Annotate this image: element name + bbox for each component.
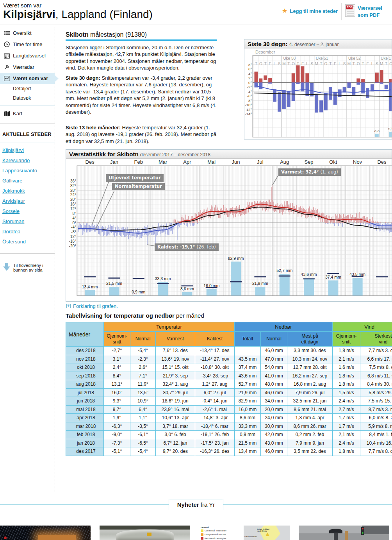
value-cell: -10,8° 30. okt: [195, 363, 235, 372]
svg-text:O: O: [324, 62, 328, 66]
value-cell: 2,1 m/s: [333, 355, 360, 363]
value-cell: 10,9°: [130, 397, 156, 406]
value-cell: 30,0 mm: [261, 422, 287, 431]
svg-text:F: F: [301, 62, 304, 66]
sidebar-item-kart[interactable]: Kart: [0, 108, 55, 119]
last-30-days-chart: 8°6°4°2°0°-2°-4°-6°-8°-10°-12°-14°Desemb…: [244, 48, 392, 138]
month-label: jan 2018: [66, 439, 104, 447]
svg-text:-12°: -12°: [69, 234, 76, 239]
sidebar-item-vaeret-som-var[interactable]: Været som var: [0, 73, 55, 84]
svg-text:52,7 mm: 52,7 mm: [276, 268, 292, 273]
news-thumbnail-snow[interactable]: [100, 526, 190, 540]
svg-text:Aug: Aug: [280, 159, 289, 165]
sidebar-subitem-detaljert[interactable]: Detaljert: [0, 84, 55, 93]
value-cell: 1,9°: [104, 414, 130, 422]
place-link-lappeasuvanto[interactable]: Lappeasuvanto: [0, 166, 55, 176]
svg-text:3,3: 3,3: [374, 129, 380, 133]
value-cell: 2,4 m/s: [333, 397, 360, 406]
svg-text:Jan: Jan: [110, 159, 118, 165]
value-cell: -2,7°: [104, 347, 130, 355]
value-cell: 16,2 mm 27. sep: [287, 372, 333, 380]
place-link-dorotea[interactable]: Dorotea: [0, 227, 55, 237]
pdf-file-icon[interactable]: PDF: [345, 4, 355, 17]
svg-text:28°: 28°: [70, 188, 76, 193]
value-cell: -11,4° 27. nov: [195, 355, 235, 363]
sidebar-item-vaerradar[interactable]: Værradar: [0, 61, 55, 73]
wind-warning-icon: [265, 533, 269, 536]
svg-text:Des: Des: [86, 159, 95, 165]
place-link-arvidsjaur[interactable]: Arvidsjaur: [0, 196, 55, 206]
value-cell: -2,6° 1. mai: [195, 405, 235, 414]
svg-text:O: O: [292, 62, 295, 66]
value-cell: 16,8 mm 2. aug: [287, 380, 333, 389]
down-arrow-icon: [3, 263, 10, 271]
last-30-days-chart-title: Siste 30 døgn: 4. desember – 2. januar: [244, 39, 392, 48]
value-cell: 30,7° 29. jul: [156, 388, 195, 397]
sub-header: Gjennom- snitt: [104, 332, 130, 347]
svg-text:12°: 12°: [70, 207, 76, 211]
traffic-light: [361, 527, 364, 535]
place-link-kilpisjarvi[interactable]: Kilpisjärvi: [0, 145, 55, 156]
to-main-menu-link[interactable]: Til hovedmeny i bunnen av sida: [0, 257, 55, 272]
news-thumbnail-warning-map[interactable]: Farenivå Gult farenivå - moderat fare Or…: [199, 526, 290, 540]
page-title-region: , Lappland (Finland): [55, 8, 153, 20]
table-row: sep 20188,4°7,1°21,9° 3. sep-3,4° 28. se…: [66, 372, 392, 380]
svg-text:6°: 6°: [248, 67, 252, 71]
tooltip-coldest: Kaldest: -19,1° (26. feb): [155, 243, 219, 251]
svg-text:T: T: [353, 62, 355, 66]
place-link-ostersund[interactable]: Östersund: [0, 237, 55, 247]
value-cell: -5,4°: [130, 447, 156, 456]
value-cell: 8,4°: [104, 372, 130, 380]
sidebar-item-langtidsvarsel[interactable]: Langtidsvarsel: [0, 50, 55, 61]
svg-text:M: M: [380, 62, 383, 66]
month-label: mai 2018: [66, 405, 104, 414]
table-row: apr 20181,9°1,1°10,6° 13. apr-14,8° 3. a…: [66, 414, 392, 422]
value-cell: 13,6° 19. nov: [156, 355, 195, 363]
value-cell: 1,8 m/s: [333, 380, 360, 389]
value-cell: 7,6° 13. des: [156, 347, 195, 355]
sidebar-subitem-datosok[interactable]: Datosøk: [0, 93, 55, 103]
month-label: des 2018: [66, 347, 104, 355]
group-header-temperature: Temperatur: [104, 322, 235, 332]
place-link-storuman[interactable]: Storuman: [0, 216, 55, 227]
sidebar-item-oversikt[interactable]: Oversikt: [0, 27, 55, 39]
add-to-my-places-link[interactable]: ★ Legg til mine steder: [282, 8, 338, 14]
table-row: jan 2018-7,3°-6,5°6,7° 12. jan-17,5° 23.…: [66, 439, 392, 447]
value-cell: 32,5 mm 21. jun: [287, 397, 333, 406]
warning-legend-title: Farenivå: [201, 526, 209, 529]
place-link-karesuando[interactable]: Karesuando: [0, 156, 55, 166]
svg-text:S: S: [343, 62, 346, 66]
pdf-forecast-link[interactable]: Værvarsel som PDF: [358, 5, 392, 18]
place-link-gallivare[interactable]: Gällivare: [0, 176, 55, 186]
place-link-jokkmokk[interactable]: Jokkmokk: [0, 186, 55, 196]
page-title-place: Kilpisjärvi: [3, 8, 55, 20]
svg-text:S: S: [278, 62, 281, 66]
svg-text:33,3 mm: 33,3 mm: [155, 276, 171, 281]
red-warning-swatch: [201, 537, 203, 540]
news-thumbnail-street[interactable]: [299, 526, 389, 540]
news-thumbnail-rain-night[interactable]: [0, 526, 91, 540]
svg-text:43,6 mm: 43,6 mm: [301, 272, 317, 277]
svg-text:L: L: [371, 62, 374, 66]
value-cell: 6,4°: [130, 405, 156, 414]
value-cell: 33,3 mm: [235, 422, 261, 431]
svg-text:T: T: [255, 62, 257, 66]
table-row: jun 20189,3°10,9°18,6° 19. jun-0,4° 14. …: [66, 397, 392, 406]
value-cell: 1,8 m/s: [333, 447, 360, 456]
value-cell: 10,6° 13. apr: [156, 414, 195, 422]
sidebar-item-time-for-time[interactable]: Time for time: [0, 39, 55, 50]
value-cell: 46,0 mm: [261, 388, 287, 397]
value-cell: 46,0 mm: [261, 347, 287, 355]
orange-warning-swatch: [201, 533, 203, 536]
svg-text:21,9 mm: 21,9 mm: [252, 281, 268, 286]
value-cell: 8,4 m/s 1. feb: [360, 431, 392, 439]
value-cell: 16,0 mm: [235, 405, 261, 414]
page-pretitle: Været som var: [3, 2, 41, 9]
month-label: sep 2018: [66, 372, 104, 380]
value-cell: 9,7° 20. des: [156, 447, 195, 456]
svg-text:-8°: -8°: [71, 230, 76, 234]
chart-explanation-link[interactable]: Forklaring til grafen.: [66, 303, 118, 309]
svg-text:Nov: Nov: [353, 159, 362, 165]
value-cell: 13,5°: [130, 388, 156, 397]
place-link-sorsele[interactable]: Sorsele: [0, 206, 55, 216]
